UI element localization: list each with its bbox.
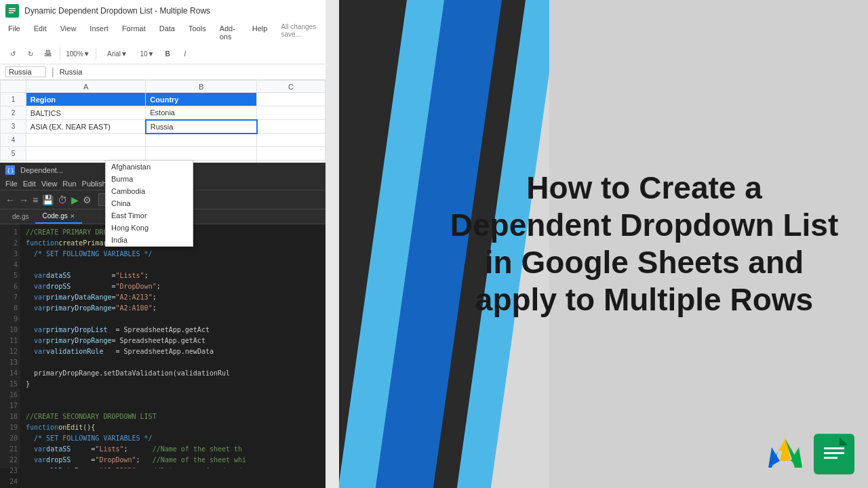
- row-header-blank: [1, 81, 26, 93]
- sheets-app-icon: [5, 4, 19, 18]
- hamburger-button[interactable]: ≡: [33, 195, 38, 205]
- code-line-12: var validationRule = SpreadsheetApp.newD…: [26, 346, 320, 357]
- menu-insert[interactable]: Insert: [87, 23, 111, 42]
- redo-button[interactable]: ↻: [23, 46, 38, 61]
- main-title: How to Create a Dependent Dropdown List …: [448, 169, 841, 319]
- dropdown-list[interactable]: Afghanistan Burma Cambodia China East Ti…: [105, 160, 193, 247]
- editor-title-text: Dependent...: [20, 166, 63, 174]
- timer-button[interactable]: ⏱: [58, 195, 67, 205]
- run-button[interactable]: ▶: [71, 195, 79, 205]
- code-line-17: [26, 401, 320, 411]
- editor-body: 12345 678910 1112131415 1617181920 21222…: [0, 224, 326, 468]
- editor-menu-publish[interactable]: Publish: [82, 180, 106, 188]
- google-icons-group: [765, 434, 854, 474]
- svg-rect-3: [9, 12, 14, 14]
- dropdown-item-east-timor[interactable]: East Timor: [106, 209, 193, 222]
- cell-country-3[interactable]: Russia: [146, 120, 257, 134]
- svg-rect-16: [824, 447, 844, 449]
- menu-addons[interactable]: Add-ons: [217, 23, 241, 42]
- menu-format[interactable]: Format: [119, 23, 149, 42]
- dropdown-item-cambodia[interactable]: Cambodia: [106, 185, 193, 197]
- zoom-selector[interactable]: 100%▼: [64, 46, 92, 61]
- title-content: How to Create a Dependent Dropdown List …: [420, 142, 868, 346]
- code-line-16: [26, 390, 320, 401]
- table-row: 2 BALTICS Estonia: [1, 106, 326, 120]
- left-panel: Dynamic Dependent Dropdown List - Multip…: [0, 0, 326, 488]
- menu-tools[interactable]: Tools: [186, 23, 209, 42]
- cell-c5: [257, 147, 326, 161]
- menu-edit[interactable]: Edit: [31, 23, 50, 42]
- dropdown-item-burma[interactable]: Burma: [106, 173, 193, 185]
- row-num-5: 5: [1, 147, 26, 161]
- svg-text:{}: {}: [7, 167, 14, 174]
- menu-help[interactable]: Help: [250, 23, 271, 42]
- tab-de-gs[interactable]: de.gs: [5, 210, 35, 223]
- forward-button[interactable]: →: [19, 195, 28, 205]
- formula-content: Russia: [60, 68, 83, 76]
- italic-button[interactable]: I: [178, 46, 193, 61]
- editor-menu-file[interactable]: File: [5, 180, 18, 188]
- menu-view[interactable]: View: [58, 23, 79, 42]
- row-num-2: 2: [1, 106, 26, 120]
- back-button[interactable]: ←: [5, 195, 15, 205]
- editor-menu-edit[interactable]: Edit: [23, 180, 36, 188]
- font-name-selector[interactable]: Arial▼: [100, 46, 134, 61]
- dropdown-item-hong-kong[interactable]: Hong Kong: [106, 222, 193, 234]
- apps-script-icon: {}: [5, 165, 15, 175]
- cell-c4: [257, 134, 326, 147]
- formula-bar: Russia | Russia: [0, 64, 326, 80]
- dropdown-item-china[interactable]: China: [106, 197, 193, 209]
- code-line-18: //CREATE SECONDARY DROPDOWN LIST: [26, 411, 320, 422]
- cell-country-header: Country: [146, 93, 257, 106]
- code-line-6: var dropSS = "DropDown";: [26, 281, 320, 292]
- table-row: 4: [1, 134, 326, 147]
- tab-code-gs[interactable]: Code.gs ✕: [35, 209, 81, 224]
- cell-reference-box[interactable]: Russia: [5, 66, 46, 77]
- code-line-9: [26, 314, 320, 325]
- spreadsheet-title-bar: Dynamic Dependent Dropdown List - Multip…: [0, 0, 326, 22]
- editor-menu-run[interactable]: Run: [62, 180, 76, 188]
- code-line-22: var dropSS = "DropDown"; //Name of the s…: [26, 455, 320, 466]
- save-button[interactable]: 💾: [42, 195, 54, 205]
- menu-file[interactable]: File: [5, 23, 23, 42]
- undo-button[interactable]: ↺: [5, 46, 20, 61]
- code-line-21: var dataSS = "Lists"; //Name of the shee…: [26, 444, 320, 455]
- col-header-b: B: [146, 81, 257, 93]
- cell-c3: [257, 120, 326, 134]
- right-panel: How to Create a Dependent Dropdown List …: [339, 0, 868, 488]
- cell-c2: [257, 106, 326, 120]
- table-row: 5: [1, 147, 326, 161]
- font-size-selector[interactable]: 10▼: [137, 46, 157, 61]
- cell-region-4: [26, 134, 145, 147]
- formula-bar-separator: |: [52, 66, 54, 77]
- cell-region-5: [26, 147, 145, 161]
- editor-menu-view[interactable]: View: [41, 180, 58, 188]
- cell-country-4: [146, 134, 257, 147]
- print-button[interactable]: 🖶: [41, 46, 56, 61]
- code-area: //CREATE PRIMARY DROPDOWN LIST function …: [20, 224, 326, 468]
- svg-rect-17: [824, 452, 844, 454]
- code-line-7: var primaryDataRange = "A2:A213";: [26, 292, 320, 303]
- settings-button[interactable]: ⚙: [83, 195, 92, 205]
- code-line-10: var primaryDropList = SpreadsheetApp.get…: [26, 325, 320, 336]
- spreadsheet-menu-bar: File Edit View Insert Format Data Tools …: [0, 22, 326, 43]
- bold-button[interactable]: B: [160, 46, 175, 61]
- line-numbers: 12345 678910 1112131415 1617181920 21222…: [0, 224, 20, 468]
- google-sheets-icon: [814, 434, 854, 474]
- table-row: 1 Region Country: [1, 93, 326, 106]
- code-line-11: var primaryDropRange = SpreadsheetApp.ge…: [26, 336, 320, 346]
- cell-region-3: ASIA (EX. NEAR EAST): [26, 120, 145, 134]
- menu-data[interactable]: Data: [157, 23, 178, 42]
- cell-c1: [257, 93, 326, 106]
- spreadsheet-toolbar: ↺ ↻ 🖶 100%▼ Arial▼ 10▼ B I: [0, 43, 326, 64]
- code-line-14: primaryDropRange.setDataValidation(valid…: [26, 368, 320, 379]
- code-line-5: var dataSS = "Lists";: [26, 270, 320, 281]
- svg-rect-2: [9, 10, 16, 12]
- dropdown-item-afghanistan[interactable]: Afghanistan: [106, 161, 193, 173]
- code-line-23: var allDataRange = "A2:B213"; //Data ran…: [26, 466, 320, 468]
- row-num-3: 3: [1, 120, 26, 134]
- code-line-13: [26, 357, 320, 368]
- row-num-4: 4: [1, 134, 26, 147]
- col-header-a: A: [26, 81, 145, 93]
- dropdown-item-india[interactable]: India: [106, 234, 193, 246]
